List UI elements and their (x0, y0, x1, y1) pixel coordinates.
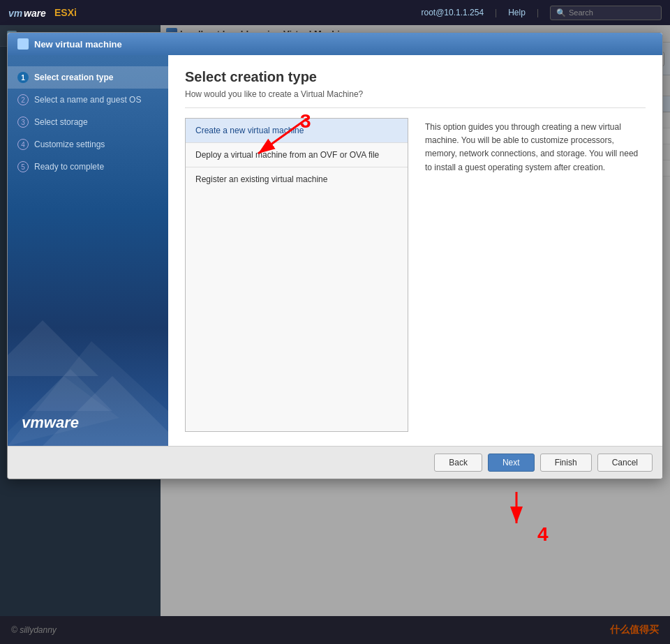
wizard-content: Select creation type How would you like … (168, 55, 662, 446)
cancel-button[interactable]: Cancel (597, 454, 653, 472)
modal-header: New virtual machine (8, 33, 662, 55)
wizard-sidebar: 1Select creation type2Select a name and … (8, 55, 168, 446)
wizard-step-5[interactable]: 5Ready to complete (8, 156, 168, 178)
wizard-content-title: Select creation type (185, 69, 646, 85)
step-number-5: 5 (17, 161, 29, 172)
step-number-active-1: 1 (17, 72, 29, 83)
step-number-2: 2 (17, 94, 29, 105)
back-button[interactable]: Back (434, 454, 482, 472)
option-description: This option guides you through creating … (422, 118, 646, 432)
step-number-4: 4 (17, 139, 29, 150)
creation-option-1[interactable]: Create a new virtual machine (186, 119, 408, 143)
search-bar-top[interactable]: 🔍 Search (550, 6, 662, 20)
top-bar: vm ware ESXi root@10.1.1.254 | Help | 🔍 … (0, 0, 670, 25)
step-label-1: Select creation type (34, 73, 113, 82)
wizard-step-4[interactable]: 4Customize settings (8, 133, 168, 156)
step-label-3: Select storage (34, 117, 88, 127)
creation-type-list: Create a new virtual machineDeploy a vir… (185, 118, 408, 432)
wizard-main-area: Create a new virtual machineDeploy a vir… (185, 118, 646, 432)
vmware-logo-icon: vm ware (8, 4, 50, 21)
top-bar-right: root@10.1.1.254 | Help | 🔍 Search (421, 6, 662, 20)
wizard-step-1[interactable]: 1Select creation type (8, 66, 168, 89)
creation-option-2[interactable]: Deploy a virtual machine from an OVF or … (186, 143, 408, 167)
modal-title: New virtual machine (34, 39, 122, 50)
wizard-step-2[interactable]: 2Select a name and guest OS (8, 89, 168, 111)
finish-button[interactable]: Finish (540, 454, 592, 472)
wizard-steps: 1Select creation type2Select a name and … (8, 55, 168, 189)
step-number-3: 3 (17, 117, 29, 128)
step-label-5: Ready to complete (34, 162, 104, 172)
logo-area: vm ware ESXi (8, 4, 77, 21)
wizard-content-subtitle: How would you like to create a Virtual M… (185, 89, 646, 108)
modal-header-icon (17, 38, 29, 50)
step-label-4: Customize settings (34, 140, 105, 149)
modal-body: 1Select creation type2Select a name and … (8, 55, 662, 446)
modal-footer: Back Next Finish Cancel (8, 446, 662, 479)
wizard-step-3[interactable]: 3Select storage (8, 111, 168, 133)
new-vm-modal: New virtual machine 1Select creation typ… (7, 32, 663, 479)
svg-text:ware: ware (24, 8, 46, 19)
search-icon-top: 🔍 (556, 8, 566, 17)
help-link[interactable]: Help (508, 8, 526, 17)
modal-overlay: New virtual machine 1Select creation typ… (0, 25, 670, 644)
wizard-vmware-logo: vmware (22, 414, 79, 432)
user-info: root@10.1.1.254 (421, 8, 484, 17)
step-label-2: Select a name and guest OS (34, 95, 141, 105)
next-button[interactable]: Next (488, 454, 535, 472)
svg-text:vm: vm (8, 8, 22, 19)
creation-option-3[interactable]: Register an existing virtual machine (186, 167, 408, 191)
esxi-label: ESXi (54, 7, 77, 18)
